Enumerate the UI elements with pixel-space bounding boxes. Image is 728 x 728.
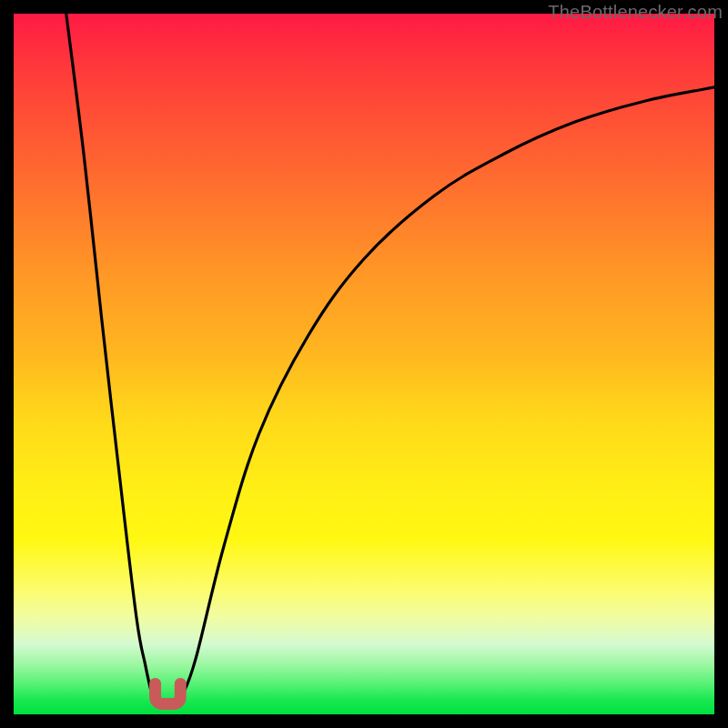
watermark-text: TheBottlenecker.com — [548, 2, 723, 23]
chart-container: TheBottlenecker.com — [0, 0, 728, 728]
u-marker — [14, 14, 714, 714]
